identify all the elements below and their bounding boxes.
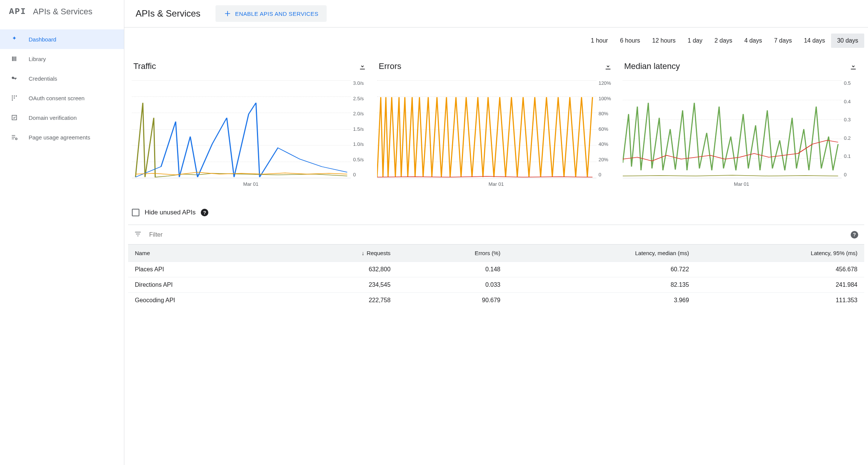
chart-x-label: Mar 01 — [623, 178, 860, 187]
table-row[interactable]: Geocoding API 222,758 90.679 3.969 111.3… — [128, 293, 864, 308]
time-opt-14d[interactable]: 14 days — [798, 34, 831, 48]
chart-plot[interactable] — [623, 80, 842, 178]
cell-p95: 111.353 — [696, 293, 864, 308]
sidebar-item-label: OAuth consent screen — [29, 95, 84, 101]
filter-input[interactable] — [149, 231, 843, 238]
time-opt-1d[interactable]: 1 day — [682, 34, 708, 48]
help-icon[interactable]: ? — [851, 231, 858, 239]
page-title: APIs & Services — [136, 8, 200, 19]
sidebar: API APIs & Services Dashboard Library — [0, 0, 124, 465]
api-table: Name ↓Requests Errors (%) Latency, media… — [128, 244, 864, 308]
hide-unused-row: Hide unused APIs ? — [128, 191, 864, 225]
cell-median: 3.969 — [507, 293, 696, 308]
cell-median: 82.135 — [507, 277, 696, 293]
time-opt-4d[interactable]: 4 days — [738, 34, 768, 48]
sidebar-item-agreements[interactable]: Page usage agreements — [0, 127, 124, 147]
sidebar-item-label: Dashboard — [29, 36, 56, 43]
cell-requests: 234,545 — [278, 277, 397, 293]
sidebar-item-label: Domain verification — [29, 115, 77, 121]
chart-title: Errors — [379, 61, 401, 71]
chart-y-axis: 3.0/s 2.5/s 2.0/s 1.5/s 1.0/s 0.5/s 0 — [351, 80, 370, 178]
table-row[interactable]: Directions API 234,545 0.033 82.135 241.… — [128, 277, 864, 293]
table-row[interactable]: Places API 632,800 0.148 60.722 456.678 — [128, 262, 864, 277]
cell-requests: 222,758 — [278, 293, 397, 308]
cell-median: 60.722 — [507, 262, 696, 277]
time-opt-2d[interactable]: 2 days — [708, 34, 738, 48]
main-header: APIs & Services ENABLE APIS AND SERVICES — [124, 0, 868, 28]
time-range-selector: 1 hour 6 hours 12 hours 1 day 2 days 4 d… — [124, 28, 868, 50]
consent-icon — [11, 94, 18, 102]
chart-title: Median latency — [624, 61, 680, 71]
download-icon[interactable] — [604, 62, 612, 70]
cell-errors: 0.148 — [397, 262, 507, 277]
app-logo: API — [9, 7, 26, 17]
sidebar-item-dashboard[interactable]: Dashboard — [0, 29, 124, 49]
enable-apis-button[interactable]: ENABLE APIS AND SERVICES — [215, 5, 327, 22]
sidebar-item-credentials[interactable]: Credentials — [0, 69, 124, 88]
download-icon[interactable] — [358, 62, 367, 70]
chart-title: Traffic — [133, 61, 156, 71]
sidebar-nav: Dashboard Library Credentials OAuth cons… — [0, 25, 124, 147]
sidebar-header: API APIs & Services — [0, 0, 124, 25]
filter-icon — [134, 230, 142, 239]
sidebar-item-oauth[interactable]: OAuth consent screen — [0, 88, 124, 108]
main-content: APIs & Services ENABLE APIS AND SERVICES… — [124, 0, 868, 465]
settings-list-icon — [11, 133, 18, 141]
chart-plot[interactable] — [377, 80, 596, 178]
svg-point-6 — [15, 138, 17, 140]
sort-desc-icon: ↓ — [362, 250, 365, 256]
dashboard-icon — [11, 35, 18, 43]
enable-apis-label: ENABLE APIS AND SERVICES — [235, 11, 318, 17]
col-latency-p95[interactable]: Latency, 95% (ms) — [696, 245, 864, 262]
svg-point-0 — [12, 95, 13, 96]
cell-p95: 456.678 — [696, 262, 864, 277]
time-opt-12h[interactable]: 12 hours — [646, 34, 682, 48]
chart-x-label: Mar 01 — [132, 178, 370, 187]
chart-y-axis: 0.5 0.4 0.3 0.2 0.1 0 — [842, 80, 860, 178]
time-opt-1h[interactable]: 1 hour — [585, 34, 614, 48]
cell-errors: 90.679 — [397, 293, 507, 308]
svg-point-5 — [12, 99, 13, 101]
cell-name: Geocoding API — [128, 293, 278, 308]
check-icon — [11, 114, 18, 121]
download-icon[interactable] — [849, 62, 857, 70]
sidebar-item-library[interactable]: Library — [0, 49, 124, 69]
charts-row: Traffic — [124, 50, 868, 191]
chart-x-label: Mar 01 — [377, 178, 615, 187]
cell-requests: 632,800 — [278, 262, 397, 277]
col-errors[interactable]: Errors (%) — [397, 245, 507, 262]
col-latency-median[interactable]: Latency, median (ms) — [507, 245, 696, 262]
hide-unused-checkbox[interactable] — [132, 209, 139, 216]
chart-y-axis: 120% 100% 80% 60% 40% 20% 0 — [596, 80, 615, 178]
time-opt-6h[interactable]: 6 hours — [614, 34, 646, 48]
col-name[interactable]: Name — [128, 245, 278, 262]
key-icon — [11, 75, 18, 82]
cell-name: Places API — [128, 262, 278, 277]
help-icon[interactable]: ? — [201, 209, 208, 216]
sidebar-item-domain[interactable]: Domain verification — [0, 108, 124, 127]
hide-unused-label: Hide unused APIs — [145, 209, 196, 216]
sidebar-item-label: Library — [29, 56, 46, 62]
svg-point-1 — [14, 95, 15, 96]
col-requests[interactable]: ↓Requests — [278, 245, 397, 262]
sidebar-item-label: Credentials — [29, 75, 57, 82]
cell-p95: 241.984 — [696, 277, 864, 293]
time-opt-30d[interactable]: 30 days — [831, 34, 864, 48]
svg-point-4 — [14, 98, 15, 99]
sidebar-item-label: Page usage agreements — [29, 134, 90, 141]
cell-errors: 0.033 — [397, 277, 507, 293]
chart-plot[interactable] — [132, 80, 351, 178]
filter-row: ? — [128, 225, 864, 244]
library-icon — [11, 55, 18, 63]
svg-point-3 — [12, 98, 13, 99]
chart-latency: Median latency — [623, 61, 860, 187]
cell-name: Directions API — [128, 277, 278, 293]
time-opt-7d[interactable]: 7 days — [768, 34, 798, 48]
svg-point-2 — [16, 95, 17, 96]
plus-icon — [224, 10, 231, 17]
chart-errors: Errors — [377, 61, 615, 187]
chart-traffic: Traffic — [132, 61, 370, 187]
sidebar-title: APIs & Services — [33, 7, 93, 17]
